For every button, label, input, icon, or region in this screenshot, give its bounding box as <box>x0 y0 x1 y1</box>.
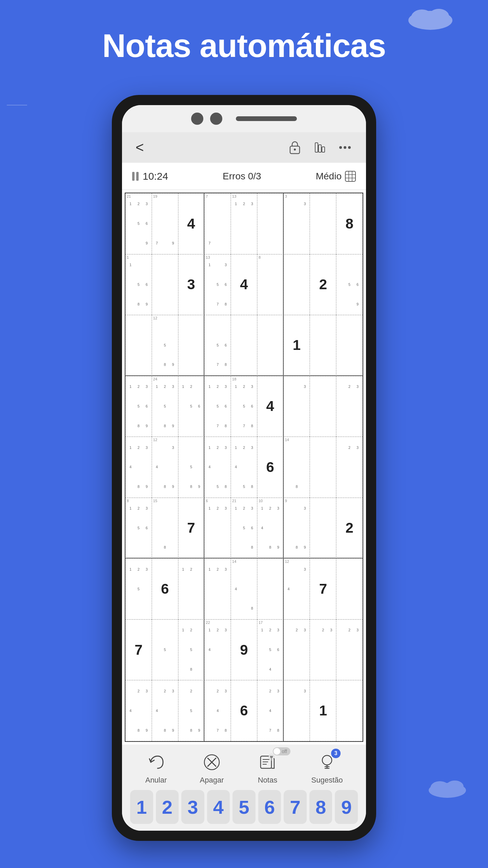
num-btn-1[interactable]: 1 <box>130 790 153 824</box>
back-button[interactable]: < <box>136 139 144 156</box>
cell-7-2[interactable]: 6 <box>152 558 178 619</box>
cell-3-7[interactable]: 1 <box>284 315 310 376</box>
cell-8-5[interactable]: 9 <box>231 619 257 680</box>
cell-8-1[interactable]: 7 <box>125 619 152 680</box>
cell-1-7[interactable]: 33 <box>284 193 310 254</box>
cell-5-4[interactable]: 123458 <box>204 437 231 498</box>
cell-9-5[interactable]: 6 <box>231 680 257 741</box>
cell-5-7[interactable]: 148 <box>284 437 310 498</box>
cell-1-4[interactable]: 77 <box>204 193 231 254</box>
more-icon[interactable] <box>338 140 352 155</box>
cell-4-7[interactable]: 3 <box>284 376 310 437</box>
cell-3-3[interactable] <box>178 315 205 376</box>
cell-9-9[interactable] <box>336 680 363 741</box>
cell-2-3[interactable]: 3 <box>178 254 205 315</box>
cell-6-8[interactable] <box>310 498 336 559</box>
num-btn-9[interactable]: 9 <box>335 790 358 824</box>
cell-9-6[interactable]: 23478 <box>257 680 284 741</box>
cell-6-2[interactable]: 158 <box>152 498 178 559</box>
cell-2-5[interactable]: 4 <box>231 254 257 315</box>
cell-1-5[interactable]: 13123 <box>231 193 257 254</box>
cell-notes-8-4: 1234 <box>205 620 230 679</box>
cell-6-1[interactable]: 812356 <box>125 498 152 559</box>
cell-2-1[interactable]: 115689 <box>125 254 152 315</box>
cell-9-7[interactable]: 3 <box>284 680 310 741</box>
cell-5-5[interactable]: 123458 <box>231 437 257 498</box>
cell-3-2[interactable]: 12589 <box>152 315 178 376</box>
cell-7-6[interactable] <box>257 558 284 619</box>
cell-4-2[interactable]: 24123589 <box>152 376 178 437</box>
cell-6-3[interactable]: 7 <box>178 498 205 559</box>
erase-button[interactable]: Apagar <box>200 751 224 785</box>
notes-button[interactable]: off Notas <box>257 751 278 785</box>
cell-9-8[interactable]: 1 <box>310 680 336 741</box>
cell-2-9[interactable]: 569 <box>336 254 363 315</box>
cell-4-5[interactable]: 181235678 <box>231 376 257 437</box>
cell-8-3[interactable]: 1258 <box>178 619 205 680</box>
cell-9-2[interactable]: 23489 <box>152 680 178 741</box>
cell-7-4[interactable]: 123 <box>204 558 231 619</box>
cell-3-8[interactable] <box>310 315 336 376</box>
cell-7-3[interactable]: 12 <box>178 558 205 619</box>
num-btn-3[interactable]: 3 <box>181 790 204 824</box>
cell-7-9[interactable] <box>336 558 363 619</box>
cell-8-8[interactable]: 23 <box>310 619 336 680</box>
num-btn-8[interactable]: 8 <box>309 790 332 824</box>
num-btn-5[interactable]: 5 <box>232 790 256 824</box>
cell-5-2[interactable]: 123489 <box>152 437 178 498</box>
cell-7-8[interactable]: 7 <box>310 558 336 619</box>
cell-5-1[interactable]: 123489 <box>125 437 152 498</box>
cell-5-3[interactable]: 589 <box>178 437 205 498</box>
cell-2-8[interactable]: 2 <box>310 254 336 315</box>
cell-6-9[interactable]: 2 <box>336 498 363 559</box>
hint-button[interactable]: 3 Sugestão <box>311 751 343 785</box>
cell-3-4[interactable]: 5678 <box>204 315 231 376</box>
cell-1-6[interactable] <box>257 193 284 254</box>
num-btn-4[interactable]: 4 <box>207 790 230 824</box>
pause-button[interactable] <box>132 172 139 181</box>
cell-9-3[interactable]: 2589 <box>178 680 205 741</box>
cell-3-5[interactable] <box>231 315 257 376</box>
lock-icon[interactable] <box>287 140 302 155</box>
cell-7-1[interactable]: 1235 <box>125 558 152 619</box>
chart-icon[interactable] <box>312 140 327 155</box>
cell-6-5[interactable]: 21123568 <box>231 498 257 559</box>
cell-6-4[interactable]: 6123 <box>204 498 231 559</box>
cell-4-4[interactable]: 1235678 <box>204 376 231 437</box>
cell-3-9[interactable] <box>336 315 363 376</box>
cell-7-7[interactable]: 1234 <box>284 558 310 619</box>
cell-2-7[interactable] <box>284 254 310 315</box>
cell-4-3[interactable]: 1256 <box>178 376 205 437</box>
cell-1-2[interactable]: 1979 <box>152 193 178 254</box>
cell-1-8[interactable] <box>310 193 336 254</box>
cell-8-2[interactable]: 5 <box>152 619 178 680</box>
num-btn-2[interactable]: 2 <box>156 790 179 824</box>
cell-5-6[interactable]: 6 <box>257 437 284 498</box>
cell-2-6[interactable]: 8 <box>257 254 284 315</box>
cell-1-3[interactable]: 4 <box>178 193 205 254</box>
cell-4-6[interactable]: 4 <box>257 376 284 437</box>
cell-6-7[interactable]: 9389 <box>284 498 310 559</box>
cell-4-1[interactable]: 1235689 <box>125 376 152 437</box>
cell-4-9[interactable]: 23 <box>336 376 363 437</box>
cell-1-1[interactable]: 21123569 <box>125 193 152 254</box>
cell-8-7[interactable]: 23 <box>284 619 310 680</box>
cell-2-2[interactable] <box>152 254 178 315</box>
cell-9-4[interactable]: 23478 <box>204 680 231 741</box>
cell-5-8[interactable] <box>310 437 336 498</box>
cell-9-1[interactable]: 23489 <box>125 680 152 741</box>
cell-7-5[interactable]: 1448 <box>231 558 257 619</box>
cell-5-9[interactable]: 23 <box>336 437 363 498</box>
undo-button[interactable]: Anular <box>145 751 167 785</box>
cell-6-6[interactable]: 10123489 <box>257 498 284 559</box>
cell-8-4[interactable]: 221234 <box>204 619 231 680</box>
cell-8-6[interactable]: 17123564 <box>257 619 284 680</box>
num-btn-6[interactable]: 6 <box>258 790 281 824</box>
cell-2-4[interactable]: 13135678 <box>204 254 231 315</box>
cell-4-8[interactable] <box>310 376 336 437</box>
num-btn-7[interactable]: 7 <box>284 790 307 824</box>
cell-1-9[interactable]: 8 <box>336 193 363 254</box>
cell-3-6[interactable] <box>257 315 284 376</box>
cell-3-1[interactable] <box>125 315 152 376</box>
cell-8-9[interactable]: 23 <box>336 619 363 680</box>
